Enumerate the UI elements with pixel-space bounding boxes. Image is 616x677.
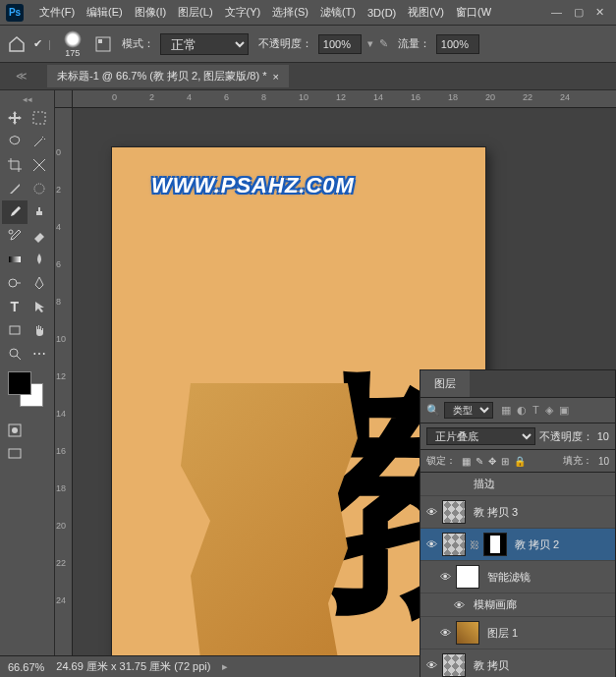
brush-panel-icon[interactable]: [94, 35, 112, 53]
search-icon[interactable]: 🔍: [426, 404, 440, 417]
layer-thumb[interactable]: [456, 565, 479, 589]
menu-view[interactable]: 视图(V): [402, 5, 450, 20]
zoom-level[interactable]: 66.67%: [8, 661, 44, 673]
layer-row[interactable]: 👁 教 拷贝: [420, 649, 615, 677]
visibility-toggle[interactable]: 👁: [424, 538, 438, 550]
type-tool[interactable]: T: [2, 295, 28, 318]
layer-row[interactable]: 👁 模糊画廊: [420, 593, 615, 617]
menu-file[interactable]: 文件(F): [33, 5, 81, 20]
layer-thumb[interactable]: [456, 621, 479, 645]
lock-transparency-icon[interactable]: ▦: [462, 456, 471, 467]
filter-smart-icon[interactable]: ▣: [559, 404, 569, 417]
visibility-toggle[interactable]: 👁: [438, 627, 452, 639]
path-select-tool[interactable]: [28, 295, 53, 318]
fill-value[interactable]: 10: [598, 456, 609, 467]
filter-type-icon[interactable]: T: [532, 404, 539, 417]
lock-position-icon[interactable]: ✥: [488, 456, 496, 467]
layer-name: 教 拷贝 3: [474, 505, 518, 520]
layer-thumb[interactable]: [442, 653, 466, 677]
dodge-tool[interactable]: [2, 271, 28, 295]
mask-thumb[interactable]: [483, 533, 507, 556]
ruler-origin[interactable]: [55, 90, 73, 108]
lock-paint-icon[interactable]: ✎: [476, 456, 483, 467]
menu-edit[interactable]: 编辑(E): [81, 5, 129, 20]
menu-filter[interactable]: 滤镜(T): [314, 5, 362, 20]
document-tab[interactable]: 未标题-1 @ 66.7% (教 拷贝 2, 图层蒙版/8) * ×: [47, 65, 289, 87]
minimize-icon[interactable]: —: [551, 6, 562, 19]
visibility-toggle[interactable]: 👁: [424, 506, 438, 518]
toolbar-collapse-icon[interactable]: ◂◂: [2, 94, 52, 104]
filter-adjust-icon[interactable]: ◐: [517, 404, 527, 417]
edit-toolbar[interactable]: ⋯: [28, 342, 53, 366]
visibility-toggle[interactable]: 👁: [438, 571, 452, 583]
gradient-tool[interactable]: [2, 248, 28, 271]
menu-window[interactable]: 窗口(W: [450, 5, 497, 20]
visibility-toggle[interactable]: 👁: [424, 659, 438, 671]
move-tool[interactable]: [2, 106, 28, 130]
menu-layer[interactable]: 图层(L): [172, 5, 218, 20]
vertical-ruler[interactable]: 0 2 4 6 8 10 12 14 16 18 20 22 24: [55, 108, 73, 655]
flow-value[interactable]: 100%: [436, 34, 479, 54]
tool-preset-icon[interactable]: [6, 33, 28, 55]
horizontal-ruler[interactable]: 0 2 4 6 8 10 12 14 16 18 20 22 24: [73, 90, 616, 108]
menu-3d[interactable]: 3D(D): [362, 7, 402, 19]
document-tab-bar: ≪ 未标题-1 @ 66.7% (教 拷贝 2, 图层蒙版/8) * ×: [0, 63, 616, 90]
fill-label: 填充：: [563, 454, 592, 468]
collapse-icon[interactable]: ≪: [16, 70, 28, 83]
color-swatches[interactable]: [8, 371, 47, 411]
opacity-label: 不透明度：: [258, 36, 312, 51]
layer-row[interactable]: 👁 ⛓ 教 拷贝 2: [420, 529, 615, 561]
tab-close-icon[interactable]: ×: [273, 71, 279, 83]
layer-row[interactable]: 描边: [420, 473, 615, 496]
layer-row[interactable]: 👁 图层 1: [420, 617, 615, 649]
link-icon[interactable]: ⛓: [470, 539, 479, 550]
menu-image[interactable]: 图像(I): [129, 5, 172, 20]
layer-thumb[interactable]: [442, 500, 466, 524]
crop-tool[interactable]: [2, 153, 28, 177]
close-icon[interactable]: ✕: [595, 6, 604, 19]
lock-all-icon[interactable]: 🔒: [514, 456, 526, 467]
layer-name: 图层 1: [487, 626, 518, 641]
svg-point-4: [9, 230, 13, 234]
visibility-toggle[interactable]: 👁: [452, 599, 466, 611]
lasso-tool[interactable]: [2, 130, 28, 153]
layer-thumb[interactable]: [442, 533, 466, 556]
screen-mode-icon[interactable]: [2, 442, 28, 466]
opacity-value[interactable]: 100%: [318, 34, 362, 54]
filter-shape-icon[interactable]: ◈: [545, 404, 553, 417]
menu-bar: Ps 文件(F) 编辑(E) 图像(I) 图层(L) 文字(Y) 选择(S) 滤…: [0, 0, 616, 26]
maximize-icon[interactable]: ▢: [574, 6, 584, 19]
marquee-tool[interactable]: [28, 106, 53, 130]
slice-tool[interactable]: [28, 153, 53, 177]
lock-artboard-icon[interactable]: ⊞: [501, 456, 509, 467]
pressure-opacity-icon[interactable]: ✎: [379, 37, 388, 50]
quick-mask-icon[interactable]: [2, 419, 28, 442]
eraser-tool[interactable]: [28, 224, 53, 248]
clone-stamp-tool[interactable]: [28, 200, 53, 224]
document-dimensions[interactable]: 24.69 厘米 x 31.75 厘米 (72 ppi): [56, 659, 210, 674]
chevron-down-icon[interactable]: ▾: [367, 37, 373, 50]
spot-heal-tool[interactable]: [28, 177, 53, 200]
layer-blend-select[interactable]: 正片叠底: [426, 427, 535, 445]
pen-tool[interactable]: [28, 271, 53, 295]
brush-tool[interactable]: [2, 200, 28, 224]
eyedropper-tool[interactable]: [2, 177, 28, 200]
layer-opacity-value[interactable]: 10: [597, 430, 609, 442]
layer-row[interactable]: 👁 智能滤镜: [420, 561, 615, 593]
menu-select[interactable]: 选择(S): [266, 5, 314, 20]
status-chevron-icon[interactable]: ▸: [222, 660, 228, 673]
blur-tool[interactable]: [28, 248, 53, 271]
zoom-tool[interactable]: [2, 342, 28, 366]
magic-wand-tool[interactable]: [28, 130, 53, 153]
layers-tab[interactable]: 图层: [420, 370, 470, 397]
blend-mode-select[interactable]: 正常: [160, 33, 249, 55]
menu-type[interactable]: 文字(Y): [219, 5, 267, 20]
history-brush-tool[interactable]: [2, 224, 28, 248]
foreground-swatch[interactable]: [8, 371, 31, 395]
rectangle-tool[interactable]: [2, 318, 28, 342]
layer-row[interactable]: 👁 教 拷贝 3: [420, 496, 615, 529]
layer-filter-select[interactable]: 类型: [444, 402, 493, 419]
brush-preview[interactable]: 175: [57, 30, 88, 58]
filter-pixel-icon[interactable]: ▦: [501, 404, 511, 417]
hand-tool[interactable]: [28, 318, 53, 342]
